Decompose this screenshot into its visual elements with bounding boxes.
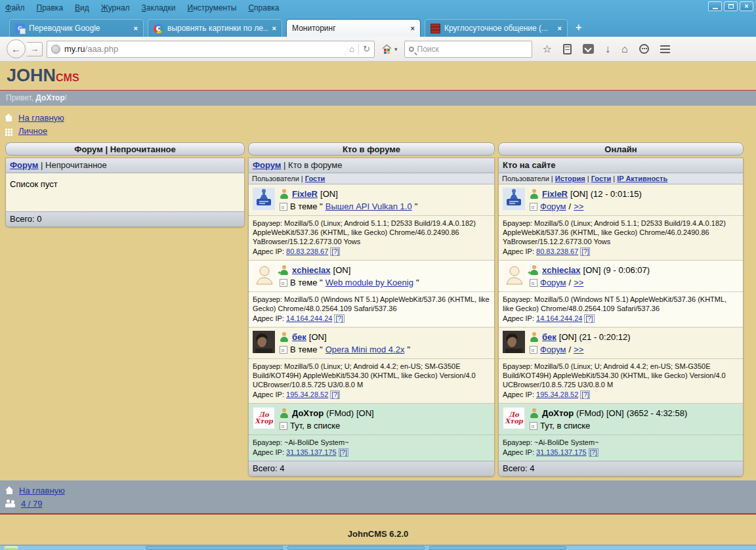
- browser-string: Mozilla/5.0 (Linux; Android 5.1.1; D2533…: [503, 219, 726, 245]
- taskbar-button[interactable]: [287, 546, 425, 550]
- tab-close-icon[interactable]: ×: [134, 24, 138, 32]
- menu-edit[interactable]: Правка: [37, 3, 64, 12]
- bookmark-star-icon[interactable]: ☆: [543, 43, 552, 55]
- ip-help-link[interactable]: [?]: [334, 314, 344, 323]
- close-button[interactable]: ×: [740, 1, 753, 11]
- start-button[interactable]: [4, 546, 18, 550]
- ip-link[interactable]: 195.34.28.52: [536, 391, 578, 398]
- nav-link-personal[interactable]: Личное: [18, 126, 47, 136]
- menu-bookmarks[interactable]: Закладки: [142, 3, 176, 12]
- home-icon[interactable]: ⌂: [621, 43, 628, 55]
- user-status-icon: [530, 332, 539, 342]
- hamburger-menu-icon[interactable]: [660, 45, 670, 53]
- nav-link-home[interactable]: На главную: [18, 113, 64, 123]
- tab-google-translate[interactable]: G Переводчик Google ×: [9, 19, 144, 37]
- reload-icon[interactable]: ↻: [363, 44, 370, 54]
- filter-guests-link[interactable]: Гости: [591, 175, 612, 182]
- forward-button[interactable]: →: [27, 42, 43, 56]
- ip-link[interactable]: 80.83.238.67: [286, 247, 328, 255]
- user-entry: FixleR [ON] (12 - 0:01:15) Форум / >> Бр…: [499, 184, 743, 260]
- filter-ip-activity-link[interactable]: IP Активность: [617, 175, 667, 182]
- avatar: [503, 188, 525, 210]
- more-link[interactable]: >>: [574, 278, 583, 287]
- ip-link[interactable]: 31.135.137.175: [536, 448, 586, 456]
- pocket-icon[interactable]: [583, 44, 594, 54]
- username-link[interactable]: бек: [542, 332, 556, 342]
- ip-link[interactable]: 14.164.244.24: [286, 314, 332, 322]
- menu-view[interactable]: Вид: [75, 3, 89, 12]
- back-button[interactable]: ←: [7, 39, 26, 58]
- search-box[interactable]: [404, 41, 532, 58]
- ip-link[interactable]: 14.164.244.24: [536, 314, 582, 322]
- ip-help-link[interactable]: [?]: [580, 391, 590, 399]
- topic-link[interactable]: Вышел API Vulkan 1.0: [326, 201, 412, 211]
- topic-link[interactable]: Web module by Koenig: [326, 278, 413, 287]
- username-link[interactable]: FixleR: [292, 189, 318, 199]
- reading-list-icon[interactable]: [563, 44, 572, 54]
- ip-link[interactable]: 80.83.238.67: [536, 247, 578, 255]
- username-link[interactable]: xchieclax: [292, 265, 331, 275]
- tab-monitoring-active[interactable]: Мониторинг ×: [286, 19, 421, 37]
- user-status-icon: [530, 408, 539, 418]
- ip-help-link[interactable]: [?]: [589, 448, 598, 457]
- forum-link[interactable]: Форум: [253, 160, 281, 170]
- home-icon: [5, 486, 14, 494]
- bottom-link-home[interactable]: На главную: [19, 486, 65, 496]
- tab-close-icon[interactable]: ×: [558, 24, 562, 32]
- ip-help-link[interactable]: [?]: [330, 247, 340, 256]
- ip-help-link[interactable]: [?]: [584, 314, 594, 323]
- forum-location-link[interactable]: Форум: [540, 345, 566, 354]
- colored-home-icon: [381, 44, 392, 54]
- home-icon: [5, 114, 13, 121]
- columns: Форум | Непрочитанное Форум | Непрочитан…: [5, 142, 742, 476]
- ip-link[interactable]: 31.135.137.175: [286, 448, 336, 456]
- new-tab-button[interactable]: +: [576, 22, 581, 33]
- taskbar-button[interactable]: [146, 546, 283, 550]
- tab-close-icon[interactable]: ×: [411, 24, 415, 32]
- filter-guests-link[interactable]: Гости: [305, 175, 326, 182]
- filter-row: Пользователи | История | Гости | IP Акти…: [499, 173, 743, 184]
- filter-row: Пользователи | Гости: [249, 173, 494, 184]
- empty-list-text: Список пуст: [6, 173, 244, 211]
- more-link[interactable]: >>: [574, 345, 583, 354]
- ip-help-link[interactable]: [?]: [330, 391, 340, 399]
- restore-button[interactable]: [724, 1, 738, 11]
- cms-version-text: JohnCMS 6.2.0: [0, 529, 756, 539]
- topic-link[interactable]: Opera Mini mod 4.2x: [326, 345, 405, 354]
- extension-speeddial-button[interactable]: ▾: [379, 44, 400, 54]
- username-link[interactable]: xchieclax: [542, 265, 581, 275]
- tab-chat[interactable]: Круглосуточное общение (... ×: [425, 19, 568, 37]
- url-text[interactable]: my.ru/aaa.php: [64, 44, 345, 54]
- forum-location-link[interactable]: Форум: [540, 201, 566, 211]
- downloads-icon[interactable]: ↓: [605, 43, 610, 55]
- filter-history-link[interactable]: История: [555, 175, 585, 182]
- username-link[interactable]: FixleR: [542, 189, 568, 199]
- menu-file[interactable]: Файл: [5, 3, 25, 12]
- menu-help[interactable]: Справка: [248, 3, 279, 12]
- site-identity-globe-icon[interactable]: [51, 45, 60, 54]
- forum-link[interactable]: Форум: [10, 160, 38, 170]
- os-taskbar: [0, 545, 756, 550]
- ip-link[interactable]: 195.34.28.52: [286, 391, 328, 398]
- messenger-icon[interactable]: [639, 44, 649, 54]
- select-checkbox-icon: [280, 279, 287, 287]
- more-link[interactable]: >>: [574, 201, 583, 211]
- username-link[interactable]: бек: [292, 332, 306, 342]
- menu-tools[interactable]: Инструменты: [188, 3, 237, 12]
- tab-close-icon[interactable]: ×: [272, 24, 276, 32]
- avatar: [253, 188, 275, 210]
- minimize-button[interactable]: [708, 1, 722, 11]
- url-bar[interactable]: my.ru/aaa.php ⌂ ↻: [47, 41, 375, 58]
- bottom-link-online-count[interactable]: 4 / 79: [21, 499, 43, 509]
- tab-bar: G Переводчик Google × выровнять картинки…: [0, 16, 756, 37]
- ip-help-link[interactable]: [?]: [339, 448, 348, 457]
- ip-help-link[interactable]: [?]: [580, 247, 590, 256]
- forum-location-link[interactable]: Форум: [540, 278, 566, 287]
- tab-google-search[interactable]: выровнять картинки по ле... ×: [148, 19, 282, 37]
- user-agent-info: Браузер: Mozilla/5.0 (Windows NT 5.1) Ap…: [499, 291, 743, 327]
- reader-home-icon[interactable]: ⌂: [349, 44, 354, 54]
- search-input[interactable]: [417, 45, 509, 54]
- user-agent-info: Браузер: ~Ai-BoliDe System~ Адрес IP: 31…: [249, 434, 494, 461]
- menu-history[interactable]: Журнал: [101, 3, 130, 12]
- taskbar-button[interactable]: [429, 546, 566, 550]
